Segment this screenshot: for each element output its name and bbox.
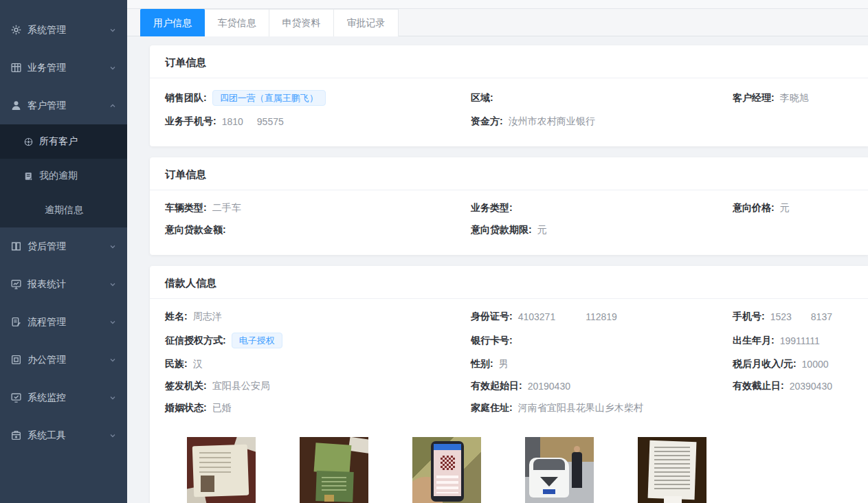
field-label: 有效截止日: (733, 380, 784, 392)
gear-icon (10, 24, 22, 36)
field-label: 资金方: (471, 115, 503, 128)
field-row: 签发机关: 宜阳县公安局 有效起始日: 20190430 有效截止日: 2039… (165, 375, 863, 397)
chevron-down-icon (109, 243, 116, 250)
user-icon (10, 100, 22, 111)
field-label: 区域: (471, 92, 493, 104)
green-booklet-photo-thumbnail[interactable] (300, 437, 368, 503)
toolbox-icon (10, 429, 22, 441)
field-label: 业务手机号: (165, 115, 216, 128)
document-photo-row (165, 419, 863, 503)
photo-detail (533, 459, 565, 470)
tab-bar: 用户信息 车贷信息 申贷资料 审批记录 (127, 9, 868, 36)
sidebar-menu: 系统管理 业务管理 客户管理 所有客户 (0, 0, 127, 454)
field-row: 民族: 汉 性别: 男 税后月收入/元: 10000 (165, 353, 863, 375)
main-content: 用户信息 车贷信息 申贷资料 审批记录 订单信息 销售团队: 四团一营（直属王鹏… (127, 0, 868, 503)
chevron-down-icon (109, 319, 116, 326)
tab-car-loan-info[interactable]: 车贷信息 (205, 9, 269, 36)
sidebar-item-label: 贷后管理 (27, 241, 66, 253)
chevron-down-icon (109, 27, 116, 34)
sidebar-item-label: 报表统计 (27, 278, 66, 291)
field-row: 车辆类型: 二手车 业务类型: 意向价格: 元 (165, 197, 863, 219)
field-label: 性别: (471, 358, 493, 370)
sales-team-tag[interactable]: 四团一营（直属王鹏飞） (212, 90, 326, 106)
field-value-prefix: 1810 (222, 116, 243, 127)
photo-detail (664, 496, 682, 503)
field-value-prefix: 1523 (770, 311, 792, 322)
field-intent-loan-term: 意向贷款期限: 元 (471, 224, 733, 236)
top-strip (127, 0, 868, 9)
card-body: 车辆类型: 二手车 业务类型: 意向价格: 元 意向贷款金额: (150, 190, 868, 255)
field-value-suffix: 112819 (586, 311, 617, 322)
field-label: 民族: (165, 358, 188, 370)
card-title: 订单信息 (150, 45, 868, 78)
sidebar-item-process-management[interactable]: 流程管理 (0, 303, 127, 341)
field-marital: 婚姻状态: 已婚 (165, 402, 471, 414)
sidebar-item-system-monitoring[interactable]: 系统监控 (0, 379, 127, 416)
sidebar-subitem-label: 所有客户 (39, 135, 78, 148)
monitor-check-icon (10, 392, 22, 403)
sidebar-item-label: 办公管理 (27, 354, 66, 366)
field-region: 区域: (471, 92, 733, 104)
field-value: 宜阳县公安局 (212, 380, 270, 392)
field-birth: 出生年月: 19911111 (733, 335, 863, 347)
sidebar-subitem-label: 我的逾期 (39, 170, 78, 182)
sidebar-subitem-label: 逾期信息 (45, 204, 83, 216)
field-business-type: 业务类型: (471, 202, 733, 214)
field-vehicle-type: 车辆类型: 二手车 (165, 202, 471, 214)
field-mobile: 手机号: 1523 8137 (733, 311, 863, 323)
sidebar-item-post-loan-management[interactable]: 贷后管理 (0, 227, 127, 265)
field-value: 20190430 (528, 381, 570, 392)
field-value: 二手车 (212, 202, 241, 214)
field-value: 已婚 (212, 402, 232, 414)
sidebar-item-customer-management[interactable]: 客户管理 (0, 87, 127, 124)
sidebar-item-system-tools[interactable]: 系统工具 (0, 416, 127, 454)
credit-auth-tag[interactable]: 电子授权 (232, 333, 282, 348)
photo-detail (314, 443, 352, 474)
document-pen-icon (10, 316, 22, 328)
redaction-block (555, 312, 586, 322)
sidebar-item-business-management[interactable]: 业务管理 (0, 49, 127, 87)
field-value: 河南省宜阳县花果山乡木柴村 (518, 402, 643, 414)
handwritten-document-photo-thumbnail[interactable] (638, 437, 706, 503)
field-label: 意向价格: (733, 202, 775, 214)
field-row: 婚姻状态: 已婚 家庭住址: 河南省宜阳县花果山乡木柴村 (165, 397, 863, 419)
notebook-icon (23, 171, 34, 181)
sidebar-item-office-management[interactable]: 办公管理 (0, 341, 127, 379)
field-label: 客户经理: (733, 92, 775, 104)
sidebar-item-label: 客户管理 (27, 100, 66, 112)
sidebar-subitem-all-customers[interactable]: 所有客户 (0, 124, 127, 159)
sidebar-item-system-management[interactable]: 系统管理 (0, 11, 127, 49)
tab-loan-application-materials[interactable]: 申贷资料 (269, 9, 334, 36)
borrower-info-card: 借款人信息 姓名: 周志洋 身份证号: 4103271 112819 手机号: … (150, 266, 868, 503)
field-label: 车辆类型: (165, 202, 207, 214)
card-body: 销售团队: 四团一营（直属王鹏飞） 区域: 客户经理: 李晓旭 业务手机号: 1… (150, 78, 868, 146)
field-bank-card: 银行卡号: (471, 335, 733, 347)
tab-user-info[interactable]: 用户信息 (140, 9, 205, 36)
field-value: 周志洋 (193, 311, 222, 323)
redaction-block (243, 117, 257, 126)
id-card-photo-thumbnail[interactable] (187, 437, 256, 503)
phone-qr-code-photo-thumbnail[interactable] (412, 437, 481, 503)
field-label: 银行卡号: (471, 335, 513, 347)
field-label: 出生年月: (733, 335, 775, 347)
card-title: 借款人信息 (150, 266, 868, 299)
photo-detail (199, 452, 231, 473)
field-valid-from: 有效起始日: 20190430 (471, 380, 733, 392)
nested-square-icon (10, 354, 22, 366)
sidebar-item-report-statistics[interactable]: 报表统计 (0, 265, 127, 303)
field-label: 意向贷款金额: (165, 224, 226, 236)
field-value: 李晓旭 (780, 92, 809, 104)
field-ethnicity: 民族: 汉 (165, 358, 471, 370)
field-label: 签发机关: (165, 380, 207, 392)
field-row: 意向贷款金额: 意向贷款期限: 元 (165, 219, 863, 241)
photo-detail (654, 447, 690, 489)
field-value: 元 (780, 202, 790, 214)
field-value: 19911111 (780, 335, 820, 346)
sidebar-subitem-my-overdue[interactable]: 我的逾期 (0, 159, 127, 193)
tab-approval-records[interactable]: 审批记录 (334, 9, 399, 36)
person-with-car-photo-thumbnail[interactable] (525, 437, 594, 503)
field-value-suffix: 95575 (257, 116, 284, 127)
sidebar: 系统管理 业务管理 客户管理 所有客户 (0, 0, 127, 503)
chevron-down-icon (109, 357, 116, 364)
sidebar-subitem-overdue-info[interactable]: 逾期信息 (0, 193, 127, 227)
